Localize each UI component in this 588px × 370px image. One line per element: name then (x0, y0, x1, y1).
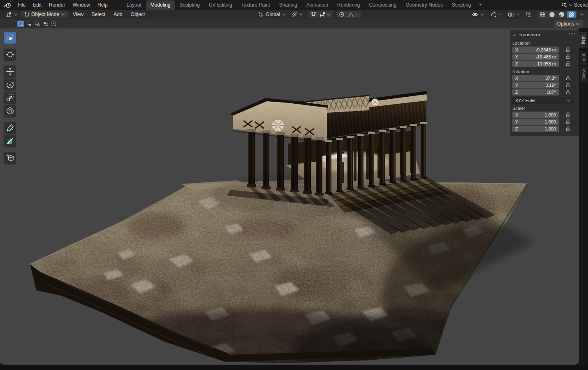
menu-render[interactable]: Render (45, 2, 69, 8)
snap-target-selector[interactable] (319, 12, 331, 18)
axis-label: Z (515, 126, 518, 131)
shading-wireframe-button[interactable] (539, 11, 546, 18)
workspace-tab-layout[interactable]: Layout (122, 0, 146, 10)
add-workspace-button[interactable]: + (476, 0, 485, 10)
workspace-tab-geometry-nodes[interactable]: Geometry Nodes (401, 0, 447, 10)
scale-label: Scale: (512, 106, 576, 111)
workspace-tab-scripting[interactable]: Scripting (447, 0, 476, 10)
workspace-tab-sculpting[interactable]: Sculpting (175, 0, 204, 10)
sidebar-tabs: Item Tool View (579, 32, 588, 82)
axis-value: 37.3° (545, 76, 556, 81)
visibility-dropdown[interactable] (470, 12, 486, 18)
transform-panel-header[interactable]: Transform (510, 30, 579, 39)
axis-value: 1.000 (544, 119, 556, 124)
tool-measure[interactable] (4, 135, 16, 147)
sidebar-tab-item[interactable]: Item (579, 32, 587, 48)
select-mode-set[interactable] (17, 21, 24, 27)
menu-help[interactable]: Help (94, 2, 111, 8)
menu-view[interactable]: View (69, 12, 87, 17)
scale-x-field[interactable]: X 1.000 (512, 112, 559, 118)
blender-logo-icon[interactable] (3, 2, 12, 8)
rotation-y-field[interactable]: Y 3.16° (512, 82, 559, 88)
location-label: Location: (512, 41, 576, 46)
lock-open-icon[interactable] (559, 90, 577, 95)
panel-drag-handle-icon[interactable] (569, 33, 576, 36)
falloff-curve-icon (348, 12, 354, 17)
menu-select[interactable]: Select (88, 12, 109, 17)
lock-open-icon[interactable] (559, 83, 577, 88)
magnet-icon (311, 12, 316, 17)
select-mode-subtract[interactable] (34, 21, 41, 27)
workspace-tab-texture-paint[interactable]: Texture Paint (237, 0, 275, 10)
menu-edit[interactable]: Edit (29, 2, 45, 8)
lock-open-icon[interactable] (559, 54, 577, 59)
location-z-field[interactable]: Z 10.058 m (512, 61, 559, 67)
tool-cursor[interactable] (4, 49, 16, 61)
workspace-tab-modeling[interactable]: Modeling (146, 0, 175, 10)
shading-solid-button[interactable] (548, 11, 556, 18)
gizmos-dropdown[interactable] (488, 11, 504, 18)
select-mode-extend[interactable] (25, 21, 32, 27)
rotation-mode-select[interactable]: XYZ Euler (512, 97, 574, 104)
scale-y-field[interactable]: Y 1.000 (512, 119, 559, 125)
panel-title: Transform (519, 32, 540, 37)
workspace-tab-rendering[interactable]: Rendering (333, 0, 364, 10)
menu-object[interactable]: Object (127, 12, 148, 17)
lock-open-icon[interactable] (559, 47, 577, 52)
xray-toggle[interactable] (524, 11, 534, 18)
tool-scale[interactable] (4, 92, 16, 104)
tool-move[interactable] (4, 65, 16, 77)
scene-3d[interactable] (0, 28, 579, 365)
rotation-x-field[interactable]: X 37.3° (512, 75, 559, 81)
status-bar (0, 365, 588, 370)
tool-rotate[interactable] (4, 79, 16, 91)
pivot-point-selector[interactable] (289, 11, 305, 18)
workspace-tab-animation[interactable]: Animation (302, 0, 333, 10)
location-y-field[interactable]: Y -16.488 m (512, 54, 559, 60)
options-dropdown[interactable]: Options (554, 20, 583, 28)
select-mode-invert[interactable] (42, 21, 49, 27)
menu-window[interactable]: Window (69, 2, 94, 8)
shading-material-button[interactable] (558, 11, 565, 18)
tool-select-box[interactable] (4, 32, 16, 44)
mode-selector[interactable]: Object Mode (21, 11, 68, 18)
sidebar-tab-view[interactable]: View (580, 66, 587, 82)
shading-dropdown[interactable] (579, 13, 585, 16)
overlays-dropdown[interactable] (506, 12, 522, 18)
lock-open-icon[interactable] (559, 61, 577, 66)
viewport-canvas[interactable]: Transform Location: X -9.2643 m Y -16.48… (0, 28, 579, 365)
lock-open-icon[interactable] (559, 126, 577, 131)
rotation-mode-value: XYZ Euler (515, 98, 536, 103)
axis-label: X (515, 76, 518, 81)
chevron-down-icon (516, 12, 520, 15)
tool-transform[interactable] (4, 105, 16, 117)
tool-add-cube[interactable] (4, 152, 16, 164)
menu-file[interactable]: File (14, 2, 29, 8)
scale-z-field[interactable]: Z 1.000 (512, 126, 559, 132)
panel-collapse-chevron-icon[interactable] (513, 33, 516, 36)
viewport-header: Object Mode View Select Add Object Globa… (0, 10, 588, 19)
tool-settings-bar: Options (0, 19, 588, 28)
tool-annotate[interactable] (4, 122, 16, 134)
sidebar-tab-tool[interactable]: Tool (580, 51, 587, 65)
rotation-z-field[interactable]: Z 107° (512, 89, 559, 95)
editor-type-selector[interactable] (3, 11, 20, 18)
proportional-falloff-selector[interactable] (347, 12, 360, 18)
location-x-field[interactable]: X -9.2643 m (512, 47, 559, 53)
snap-toggle[interactable] (310, 11, 317, 18)
scene-selector[interactable]: Scene (560, 2, 588, 8)
workspace-tab-shading[interactable]: Shading (275, 0, 302, 10)
transform-orientation-selector[interactable]: Global (256, 11, 288, 18)
workspace-tabs: Layout Modeling Sculpting UV Editing Tex… (122, 0, 485, 10)
lock-open-icon[interactable] (559, 112, 577, 117)
menu-add[interactable]: Add (110, 12, 125, 17)
workspace-tab-compositing[interactable]: Compositing (364, 0, 401, 10)
lock-open-icon[interactable] (559, 76, 577, 81)
workspace-tab-uv-editing[interactable]: UV Editing (204, 0, 237, 10)
chevron-down-icon (498, 12, 502, 15)
proportional-editing-toggle[interactable] (338, 11, 345, 18)
shading-rendered-button[interactable] (567, 11, 576, 18)
select-mode-intersect[interactable] (50, 21, 57, 27)
lock-open-icon[interactable] (559, 119, 577, 124)
mode-label: Object Mode (31, 12, 59, 17)
